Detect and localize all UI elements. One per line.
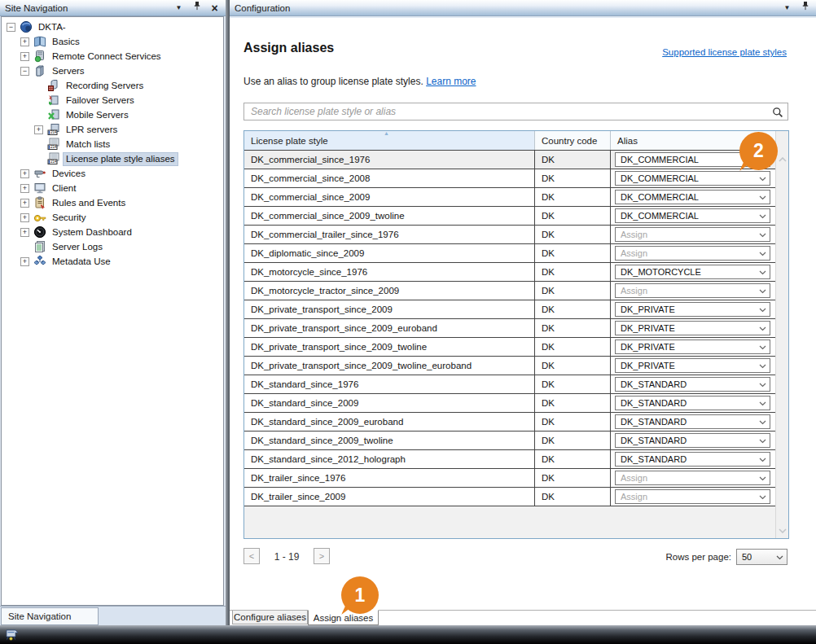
system-dashboard-icon xyxy=(33,226,46,239)
table-row[interactable]: DK_diplomatic_since_2009DKAssign xyxy=(244,243,775,262)
alias-dropdown[interactable]: Assign xyxy=(615,283,770,298)
alias-dropdown[interactable]: Assign xyxy=(615,471,770,485)
table-row[interactable]: DK_standard_since_2012_holographDKDK_STA… xyxy=(244,449,775,468)
expand-icon[interactable]: + xyxy=(20,228,29,237)
cell-country-code: DK xyxy=(535,338,611,356)
tree-item-system-dashboard[interactable]: +System Dashboard xyxy=(2,225,223,239)
scroll-down-icon[interactable] xyxy=(779,528,787,533)
table-row[interactable]: DK_motorcycle_since_1976DKDK_MOTORCYCLE xyxy=(244,262,775,281)
table-row[interactable]: DK_private_transport_since_2009_twoline_… xyxy=(244,356,775,375)
next-page-button[interactable]: > xyxy=(314,548,330,564)
pin-icon[interactable] xyxy=(191,1,203,15)
table-row[interactable]: DK_commercial_trailer_since_1976DKAssign xyxy=(244,225,775,243)
cell-license-plate-style: DK_commercial_since_2009_twoline xyxy=(244,207,535,225)
alias-dropdown[interactable]: Assign xyxy=(615,246,770,261)
site-navigation-titlebar: Site Navigation ▼ × xyxy=(0,0,226,16)
alias-dropdown[interactable]: DK_COMMERCIAL xyxy=(615,190,770,204)
alias-dropdown[interactable]: DK_MOTORCYCLE xyxy=(615,265,770,279)
tab-configure-aliases[interactable]: Configure aliases xyxy=(232,611,308,624)
tree-item-mobile-servers[interactable]: Mobile Servers xyxy=(2,107,223,122)
collapse-icon[interactable]: − xyxy=(20,67,29,76)
panel-menu-arrow-icon[interactable]: ▼ xyxy=(173,1,185,15)
alias-value: Assign xyxy=(621,248,766,258)
remote-connect-services-icon xyxy=(33,50,46,63)
expand-icon[interactable]: + xyxy=(20,169,29,178)
cell-license-plate-style: DK_private_transport_since_2009_twoline xyxy=(244,338,535,356)
supported-license-plate-styles-link[interactable]: Supported license plate styles xyxy=(662,47,787,57)
tree-item-dkta[interactable]: −DKTA- xyxy=(2,20,223,34)
table-scrollbar[interactable] xyxy=(775,131,788,538)
table-row[interactable]: DK_motorcycle_tractor_since_2009DKAssign xyxy=(244,281,775,300)
pin-icon[interactable] xyxy=(799,1,811,15)
tree-item-match-lists[interactable]: 214Match lists xyxy=(2,137,223,151)
table-row[interactable]: DK_commercial_since_2008DKDK_COMMERCIAL xyxy=(244,169,775,187)
alias-dropdown[interactable]: DK_STANDARD xyxy=(615,414,770,429)
tree-item-license-plate-style-aliases[interactable]: 214License plate style aliases xyxy=(2,151,223,166)
previous-page-button[interactable]: < xyxy=(243,548,260,564)
rows-per-page-label: Rows per page: xyxy=(665,552,731,562)
alias-dropdown[interactable]: DK_PRIVATE xyxy=(615,358,770,373)
tree-item-servers[interactable]: −Servers xyxy=(2,64,223,78)
search-icon[interactable] xyxy=(772,107,783,120)
collapse-icon[interactable]: − xyxy=(7,23,15,32)
alias-dropdown[interactable]: Assign xyxy=(615,489,770,504)
alias-dropdown[interactable]: DK_STANDARD xyxy=(615,396,770,410)
site-navigation-panel: Site Navigation ▼ × −DKTA-+Basics+Remote… xyxy=(0,0,226,625)
close-icon[interactable]: × xyxy=(208,1,221,15)
tree-item-security[interactable]: +Security xyxy=(2,210,223,225)
table-row[interactable]: DK_standard_since_1976DKDK_STANDARD xyxy=(244,375,775,393)
alias-dropdown[interactable]: DK_PRIVATE xyxy=(615,321,770,335)
table-row[interactable]: DK_commercial_since_2009DKDK_COMMERCIAL xyxy=(244,187,775,206)
devices-icon xyxy=(33,167,46,180)
table-row[interactable]: DK_trailer_since_2009DKAssign xyxy=(244,487,775,506)
table-row[interactable]: DK_standard_since_2009DKDK_STANDARD xyxy=(244,393,775,412)
tree-item-lpr-servers[interactable]: +214LPR servers xyxy=(2,122,223,137)
tree-item-basics[interactable]: +Basics xyxy=(2,34,223,49)
expand-icon[interactable]: + xyxy=(20,37,29,46)
tree-item-server-logs[interactable]: Server Logs xyxy=(2,239,223,254)
alias-dropdown[interactable]: DK_COMMERCIAL xyxy=(615,208,770,223)
expand-icon[interactable]: + xyxy=(20,199,29,208)
tree-item-rules-and-events[interactable]: +Rules and Events xyxy=(2,195,223,210)
alias-dropdown[interactable]: DK_STANDARD xyxy=(615,377,770,392)
panel-menu-arrow-icon[interactable]: ▼ xyxy=(781,1,793,15)
search-input[interactable] xyxy=(244,103,787,120)
alias-dropdown[interactable]: DK_STANDARD xyxy=(615,452,770,467)
alias-dropdown[interactable]: DK_PRIVATE xyxy=(615,302,770,317)
cell-license-plate-style: DK_private_transport_since_2009 xyxy=(244,300,535,318)
expand-icon[interactable]: + xyxy=(20,213,29,222)
tree-item-remote-connect-services[interactable]: +Remote Connect Services xyxy=(2,49,223,64)
learn-more-link[interactable]: Learn more xyxy=(426,76,476,87)
chevron-down-icon xyxy=(759,195,766,200)
table-row[interactable]: DK_private_transport_since_2009_twolineD… xyxy=(244,337,775,356)
column-header-license-plate-style[interactable]: License plate style ▲ xyxy=(244,131,535,150)
table-row[interactable]: DK_commercial_since_2009_twolineDKDK_COM… xyxy=(244,206,775,225)
table-row[interactable]: DK_commercial_since_1976DKDK_COMMERCIAL xyxy=(244,150,775,169)
table-row[interactable]: DK_standard_since_2009_twolineDKDK_STAND… xyxy=(244,431,775,449)
rows-per-page-dropdown[interactable]: 50 xyxy=(736,549,787,565)
alias-value: DK_COMMERCIAL xyxy=(621,192,766,202)
expand-icon[interactable]: + xyxy=(20,52,29,61)
alias-dropdown[interactable]: Assign xyxy=(615,227,770,242)
expand-icon[interactable]: + xyxy=(20,257,29,266)
column-header-country-code[interactable]: Country code xyxy=(535,131,611,150)
tree-item-failover-servers[interactable]: Failover Servers xyxy=(2,93,223,107)
site-navigation-bottom-tab[interactable]: Site Navigation xyxy=(1,607,99,625)
cell-alias: Assign xyxy=(611,488,774,506)
callout-number: 1 xyxy=(355,585,366,607)
expand-icon[interactable]: + xyxy=(34,125,43,134)
alias-dropdown[interactable]: DK_STANDARD xyxy=(615,433,770,448)
cell-country-code: DK xyxy=(535,226,611,243)
tree-item-metadata-use[interactable]: +Metadata Use xyxy=(2,254,223,269)
tree-item-client[interactable]: +Client xyxy=(2,181,223,195)
scroll-up-icon[interactable] xyxy=(779,157,787,162)
table-row[interactable]: DK_private_transport_since_2009DKDK_PRIV… xyxy=(244,300,775,318)
alias-dropdown[interactable]: DK_COMMERCIAL xyxy=(615,171,770,186)
tree-item-devices[interactable]: +Devices xyxy=(2,166,223,181)
table-row[interactable]: DK_private_transport_since_2009_euroband… xyxy=(244,318,775,337)
table-row[interactable]: DK_standard_since_2009_eurobandDKDK_STAN… xyxy=(244,412,775,431)
alias-dropdown[interactable]: DK_PRIVATE xyxy=(615,340,770,354)
tree-item-recording-servers[interactable]: Recording Servers xyxy=(2,78,223,93)
expand-icon[interactable]: + xyxy=(20,184,29,193)
table-row[interactable]: DK_trailer_since_1976DKAssign xyxy=(244,468,775,487)
